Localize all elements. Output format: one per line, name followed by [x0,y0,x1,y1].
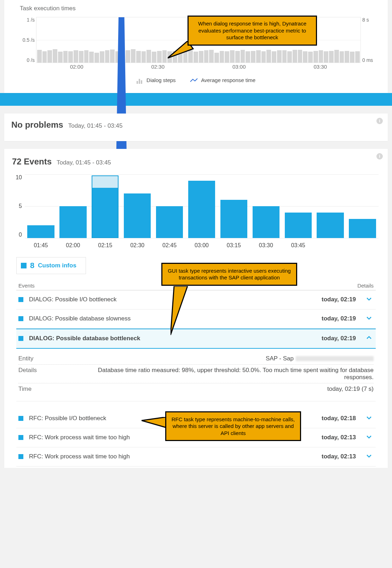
entity-label: Entity [18,355,68,362]
problems-heading: No problems [11,120,63,130]
details-col-header: Details [342,283,374,289]
xaxis-tick: 03:00 [186,239,218,252]
yaxis-right-tick: 0 ms [362,57,379,63]
chevron-down-icon[interactable] [364,295,374,304]
xaxis-tick: 03:00 [232,64,246,70]
callout-gui-task: GUI task type represents interactive use… [161,263,297,286]
event-label: DIALOG: Possible database bottleneck [29,335,322,342]
square-icon [18,454,23,459]
details-label: Details [18,367,68,381]
chevron-down-icon[interactable] [364,433,374,442]
square-icon [18,336,23,341]
event-bar[interactable] [253,206,279,238]
square-icon [18,297,23,302]
svg-marker-1 [171,286,188,335]
event-bar[interactable] [27,225,54,238]
xaxis-tick: 03:15 [218,239,250,252]
callout-rfc-task: RFC task type represents machine-to-mach… [165,411,301,441]
details-value: Database time ratio measured: 98%, upper… [68,367,374,381]
task-xaxis: 02:00 02:30 03:00 03:30 [36,62,361,74]
task-yaxis-left: 1 /s 0.5 /s 0 /s [16,17,35,63]
event-bar[interactable] [317,213,344,238]
event-bar[interactable] [59,206,86,238]
yaxis-tick: 5 [11,203,22,209]
events-chart[interactable]: 10 5 0 01:4502:0002:1502:3002:4503:0003:… [16,174,379,252]
custom-infos-filter[interactable]: 8 Custom infos [16,257,86,274]
xaxis-tick: 01:45 [25,239,57,252]
events-timerange: Today, 01:45 - 03:45 [57,159,111,166]
xaxis-tick: 03:30 [313,64,327,70]
event-timestamp: today, 02:19 [322,315,356,322]
square-icon [18,435,23,440]
event-timestamp: today, 02:19 [322,335,356,342]
chevron-up-icon[interactable] [364,334,374,343]
yaxis-left-tick: 0.5 /s [16,37,35,43]
square-icon [18,316,23,321]
task-yaxis-right: 8 s 0 ms [362,17,379,63]
square-icon [21,263,27,268]
events-heading: 72 Events [12,157,52,167]
events-xaxis: 01:4502:0002:1502:3002:4503:0003:1503:30… [25,239,379,252]
xaxis-tick: 02:00 [57,239,89,252]
event-detail: EntitySAP - SapDetailsDatabase time rati… [16,349,376,401]
problems-card: i No problems Today, 01:45 - 03:45 [4,114,388,141]
event-bar[interactable] [92,187,119,238]
chevron-down-icon[interactable] [364,314,374,323]
xaxis-tick: 02:00 [70,64,83,70]
info-icon[interactable]: i [376,153,383,160]
custom-infos-count: 8 [30,261,34,270]
xaxis-tick: 02:15 [89,239,121,252]
xaxis-tick: 02:30 [151,64,165,70]
entity-value: SAP - Sap [68,355,374,362]
event-bar[interactable] [188,181,215,238]
event-bar[interactable] [285,213,312,238]
problems-timerange: Today, 01:45 - 03:45 [68,122,123,129]
event-timestamp: today, 02:18 [322,415,356,422]
event-bar[interactable] [220,200,247,238]
custom-infos-label: Custom infos [38,262,76,269]
info-icon[interactable]: i [376,118,383,124]
callout-response-time: When dialog response time is high, Dynat… [188,16,317,46]
task-exec-title: Task execution times [4,0,388,14]
events-yaxis: 10 5 0 [11,174,22,238]
event-label: RFC: Work process wait time too high [29,453,322,460]
xaxis-tick: 02:30 [121,239,154,252]
event-bar[interactable] [156,206,183,238]
xaxis-tick: 03:30 [250,239,282,252]
time-label: Time [18,386,68,393]
event-timestamp: today, 02:13 [322,434,356,441]
square-icon [18,416,23,421]
yaxis-tick: 0 [11,232,22,238]
event-timestamp: today, 02:19 [322,296,356,303]
event-row[interactable]: RFC: Work process wait time too hightoda… [16,447,376,466]
chevron-down-icon[interactable] [364,414,374,423]
chevron-down-icon[interactable] [364,452,374,461]
yaxis-tick: 10 [11,174,22,181]
yaxis-right-tick: 8 s [362,17,379,23]
xaxis-tick: 02:45 [154,239,186,252]
event-timestamp: today, 02:13 [322,453,356,460]
yaxis-left-tick: 1 /s [16,17,35,23]
event-bar[interactable] [349,219,376,238]
xaxis-tick: 03:45 [282,239,314,252]
time-value: today, 02:19 (7 s) [68,386,374,393]
yaxis-left-tick: 0 /s [16,57,35,63]
event-bar[interactable] [124,193,151,238]
svg-marker-2 [142,417,166,428]
